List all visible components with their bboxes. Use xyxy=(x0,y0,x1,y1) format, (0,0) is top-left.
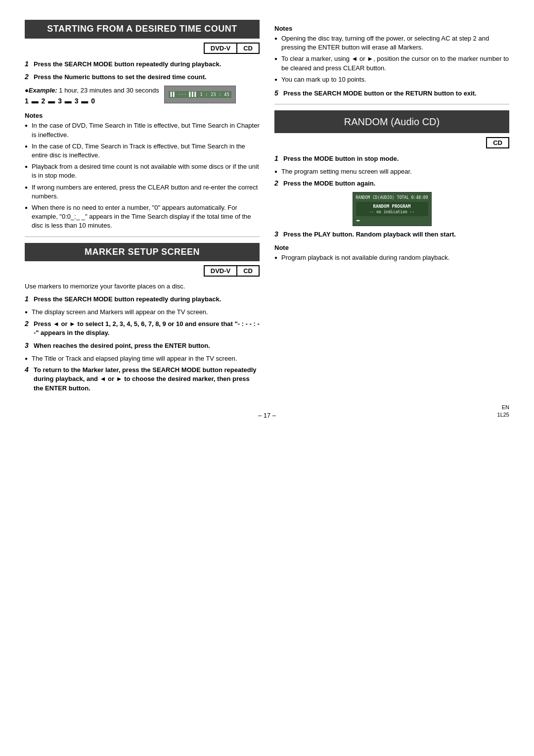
random-step2-text: Press the MODE button again. xyxy=(283,179,509,188)
section2-header: MARKER SETUP SCREEN xyxy=(25,243,260,262)
page-number: – 17 – xyxy=(25,412,509,419)
section2-badges: DVD-V CD xyxy=(25,265,260,277)
step1: 1 Press the SEARCH MODE button repeatedl… xyxy=(25,60,260,69)
random-step1: 1 Press the MODE button in stop mode. xyxy=(274,154,509,163)
divider2 xyxy=(274,104,509,104)
random-step3: 3 Press the PLAY button. Random playback… xyxy=(274,230,509,239)
example-detail: 1 hour, 23 minutes and 30 seconds xyxy=(59,87,159,94)
cd-header-left: RANDOM xyxy=(356,195,370,200)
marker-step2-text: Press ◄ or ► to select 1, 2, 3, 4, 5, 6,… xyxy=(34,320,260,337)
marker-step1-text: Press the SEARCH MODE button repeatedly … xyxy=(34,295,260,304)
note3: Playback from a desired time count is no… xyxy=(25,162,260,180)
section1-badges: DVD-V CD xyxy=(25,43,260,54)
step2-text: Press the Numeric buttons to set the des… xyxy=(34,73,260,82)
marker-bullet1: The display screen and Markers will appe… xyxy=(25,308,260,317)
right-note1: Opening the disc tray, turning off the p… xyxy=(274,34,509,52)
page-corner: EN 1L25 xyxy=(497,404,509,419)
note2: In the case of CD, Time Search in Track … xyxy=(25,142,260,160)
marker-step3: 3 When reaches the desired point, press … xyxy=(25,341,260,350)
random-note: Program playback is not available during… xyxy=(274,253,509,262)
example-label: Example: xyxy=(29,87,57,94)
left-column: STARTING FROM A DESIRED TIME COUNT DVD-V… xyxy=(25,20,260,397)
random-step1-num: 1 xyxy=(274,154,278,162)
random-title-text: RANDOM (Audio CD) xyxy=(344,116,440,127)
example-text-block: ●Example: 1 hour, 23 minutes and 30 seco… xyxy=(25,86,159,107)
random-badge-row: CD xyxy=(274,137,509,148)
random-step2: 2 Press the MODE button again. xyxy=(274,179,509,188)
divider1 xyxy=(25,236,260,237)
marker-step3-text: When reaches the desired point, press th… xyxy=(34,341,260,350)
step2: 2 Press the Numeric buttons to set the d… xyxy=(25,73,260,82)
marker-step1: 1 Press the SEARCH MODE button repeatedl… xyxy=(25,295,260,304)
note5: When there is no need to enter a number,… xyxy=(25,203,260,231)
random-title: RANDOM (Audio CD) xyxy=(279,115,504,128)
right-note2: To clear a marker, using ◄ or ►, positio… xyxy=(274,54,509,72)
cd-header-total: TOTAL 0:48:09 xyxy=(397,195,428,200)
badge2-dvdv: DVD-V xyxy=(204,265,237,277)
random-step3-text: Press the PLAY button. Random playback w… xyxy=(283,230,509,239)
section1-header: STARTING FROM A DESIRED TIME COUNT xyxy=(25,20,260,39)
cd-header-cd: CD(AUDIO) xyxy=(373,195,394,200)
badge-dvdv: DVD-V xyxy=(204,43,237,54)
random-note-label: Note xyxy=(274,244,509,251)
section1-notes-label: Notes xyxy=(25,112,260,119)
section2-intro: Use markers to memorize your favorite pl… xyxy=(25,283,260,290)
note4: If wrong numbers are entered, press the … xyxy=(25,183,260,201)
right-step5-num: 5 xyxy=(274,89,278,97)
random-bullet1: The program setting menu screen will app… xyxy=(274,167,509,176)
cd-display-footer: ◄► xyxy=(356,218,428,223)
marker-step4-text: To return to the Marker later, press the… xyxy=(34,366,260,393)
corner-code: 1L25 xyxy=(497,411,509,419)
random-step2-num: 2 xyxy=(274,179,278,187)
badge-cd-random: CD xyxy=(486,137,509,148)
corner-en: EN xyxy=(497,404,509,411)
step2-num: 2 xyxy=(25,73,29,81)
right-note3: You can mark up to 10 points. xyxy=(274,75,509,84)
right-step5-text: Press the SEARCH MODE button or the RETU… xyxy=(283,89,509,98)
marker-step3-num: 3 xyxy=(25,341,29,349)
badge-cd: CD xyxy=(237,43,260,54)
marker-step2: 2 Press ◄ or ► to select 1, 2, 3, 4, 5, … xyxy=(25,320,260,337)
page-content: STARTING FROM A DESIRED TIME COUNT DVD-V… xyxy=(25,20,509,397)
random-header: RANDOM (Audio CD) xyxy=(274,110,509,133)
right-notes-label: Notes xyxy=(274,25,509,32)
marker-step4: 4 To return to the Marker later, press t… xyxy=(25,366,260,393)
marker-bullet3: The Title or Track and elapsed playing t… xyxy=(25,354,260,363)
random-step3-num: 3 xyxy=(274,230,278,238)
right-step5: 5 Press the SEARCH MODE button or the RE… xyxy=(274,89,509,98)
cd-prog-label: RANDOM PROGRAM xyxy=(358,204,426,209)
time-display-box: ▌▌ ··· ▌▌▌ 1 : 23 : 45 xyxy=(164,86,236,103)
example-text: ●Example: 1 hour, 23 minutes and 30 seco… xyxy=(25,87,159,94)
time-display-inner: ▌▌ ··· ▌▌▌ 1 : 23 : 45 xyxy=(169,91,231,98)
marker-step2-num: 2 xyxy=(25,320,29,328)
note1: In the case of DVD, Time Search in Title… xyxy=(25,121,260,139)
step1-num: 1 xyxy=(25,60,29,68)
example-row: ●Example: 1 hour, 23 minutes and 30 seco… xyxy=(25,86,260,107)
page-footer: – 17 – EN 1L25 xyxy=(25,412,509,419)
section1-title: STARTING FROM A DESIRED TIME COUNT xyxy=(30,24,255,35)
cd-display-body: RANDOM PROGRAM -- no indication -- xyxy=(356,202,428,216)
time-display-text: ▌▌ ··· ▌▌▌ 1 : 23 : 45 xyxy=(171,92,229,97)
marker-step4-num: 4 xyxy=(25,366,29,374)
step1-text: Press the SEARCH MODE button repeatedly … xyxy=(34,60,260,69)
section2-title: MARKER SETUP SCREEN xyxy=(30,247,255,258)
sequence-display: 1 ▬ 2 ▬ 3 ▬ 3 ▬ 0 xyxy=(25,97,159,105)
right-column: Notes Opening the disc tray, turning off… xyxy=(274,20,509,397)
cd-display: RANDOM CD(AUDIO) TOTAL 0:48:09 RANDOM PR… xyxy=(353,192,432,226)
marker-step1-num: 1 xyxy=(25,295,29,303)
random-step1-text: Press the MODE button in stop mode. xyxy=(283,154,509,163)
cd-display-header: RANDOM CD(AUDIO) TOTAL 0:48:09 xyxy=(356,195,428,200)
badge2-cd: CD xyxy=(237,265,260,277)
cd-prog-sub: -- no indication -- xyxy=(358,210,426,214)
